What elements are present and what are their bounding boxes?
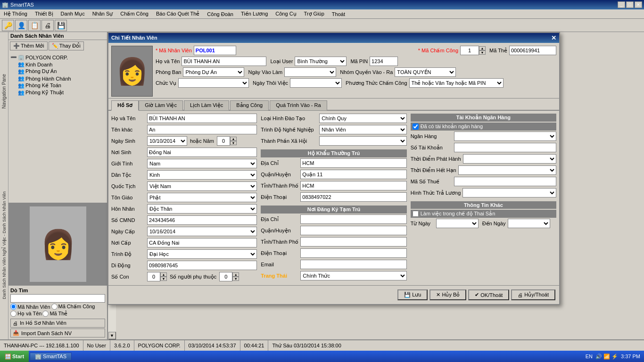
tab-bang-cong[interactable]: Bảng Công bbox=[230, 100, 269, 111]
radio-ma-nhan-vien[interactable]: Mã Nhân Viên bbox=[10, 304, 50, 310]
menu-cham-cong[interactable]: Chấm Công bbox=[116, 10, 152, 18]
da-co-tk-row[interactable]: Đã có tài khoản ngân hàng bbox=[411, 123, 556, 131]
tree-kinh-doanh[interactable]: 👥 Kinh Doanh bbox=[18, 61, 105, 68]
nhom-quyen-select[interactable]: TOÀN QUYỀN bbox=[395, 67, 456, 77]
input-ten-khac[interactable] bbox=[147, 125, 257, 134]
menu-thiet-bi[interactable]: Thiết Bị bbox=[31, 10, 57, 18]
menu-tro-giup[interactable]: Trợ Giúp bbox=[300, 10, 328, 18]
in-ho-so-button[interactable]: 🖨 In Hồ Sơ Nhân Viên bbox=[10, 319, 105, 328]
ton-giao-select[interactable]: Phật bbox=[147, 193, 257, 202]
input-tt-email[interactable] bbox=[300, 260, 406, 269]
spinner-up[interactable]: ▲ bbox=[479, 46, 486, 50]
input-hk-tinh-tp[interactable] bbox=[300, 181, 406, 190]
luu-button[interactable]: 💾 Lưu bbox=[397, 289, 428, 300]
tree-hanh-chanh[interactable]: 👥 Phòng Hành Chánh bbox=[18, 75, 105, 82]
trinh-do-nn-select[interactable]: Nhân Viên bbox=[319, 125, 406, 134]
menu-bao-cao[interactable]: Báo Cáo Quét Thẻ bbox=[152, 10, 203, 18]
input-tt-quan-huyen[interactable] bbox=[300, 226, 406, 235]
ngay-cap-select[interactable]: 10/16/2014 bbox=[147, 227, 257, 236]
tree-phong-du-an[interactable]: 👥 Phòng Dự Án bbox=[18, 68, 105, 75]
tab-gio-lam-viec[interactable]: Giờ Làm Việc bbox=[139, 100, 183, 111]
toolbar-btn-4[interactable]: 🖨 bbox=[41, 20, 54, 31]
minimize-button[interactable]: _ bbox=[618, 1, 625, 8]
input-tt-tinh-tp[interactable] bbox=[300, 237, 406, 247]
search-input[interactable] bbox=[10, 294, 105, 303]
so-con-up[interactable]: ▲ bbox=[160, 272, 167, 277]
menu-thoat[interactable]: Thoát bbox=[328, 10, 349, 18]
input-so-cmnd[interactable] bbox=[147, 215, 257, 225]
maximize-button[interactable]: □ bbox=[626, 1, 634, 8]
toolbar-btn-3[interactable]: 📋 bbox=[28, 20, 41, 31]
tab-qua-trinh[interactable]: Quá Trình Vào - Ra bbox=[270, 100, 327, 111]
taskbar-smarttas[interactable]: 🏢 SmartTAS bbox=[30, 353, 72, 361]
so-con-down[interactable]: ▼ bbox=[160, 277, 167, 281]
ho-va-ten-input[interactable] bbox=[182, 57, 266, 66]
huy-bo-button[interactable]: ✕ Hủy Bỏ bbox=[429, 289, 466, 300]
input-noi-sinh[interactable] bbox=[147, 148, 257, 157]
den-ngay-select[interactable] bbox=[508, 219, 550, 228]
input-tt-dia-chi[interactable] bbox=[300, 214, 406, 224]
toolbar-btn-2[interactable]: 👤 bbox=[15, 20, 27, 31]
input-ma-so-thue[interactable] bbox=[454, 177, 556, 186]
tu-ngay-select[interactable] bbox=[436, 219, 479, 228]
ma-nhan-vien-input[interactable] bbox=[194, 46, 236, 55]
them-moi-button[interactable]: ➕ Thêm Mới bbox=[10, 41, 48, 50]
close-button[interactable]: ✕ bbox=[635, 1, 642, 8]
tree-ke-toan[interactable]: 👥 Phòng Kế Toán bbox=[18, 82, 105, 89]
input-hk-quan-huyen[interactable] bbox=[300, 170, 406, 179]
so-con-spinner[interactable]: ▲ ▼ bbox=[147, 272, 167, 281]
toolbar-btn-5[interactable]: 💾 bbox=[55, 20, 67, 31]
dialog-close-button[interactable]: ✕ bbox=[551, 34, 556, 41]
ngan-hang-select[interactable] bbox=[454, 132, 556, 141]
thay-doi-button[interactable]: ✏️ Thay Đổi bbox=[49, 41, 84, 50]
gioi-tinh-select[interactable]: Nam bbox=[147, 159, 257, 168]
menu-danh-muc[interactable]: Danh Mục bbox=[57, 10, 89, 18]
nam-up[interactable]: ▲ bbox=[230, 137, 237, 141]
trang-thai-select[interactable]: Chính Thức bbox=[300, 271, 406, 280]
hon-nhan-select[interactable]: Độc Thân bbox=[147, 204, 257, 214]
input-hk-dien-thoai[interactable] bbox=[300, 192, 406, 202]
thanh-phan-select[interactable] bbox=[319, 136, 406, 146]
tab-ho-so[interactable]: Hồ Sơ bbox=[111, 100, 139, 111]
thoi-diem-ph-select[interactable] bbox=[463, 154, 556, 164]
phong-ban-select[interactable]: Phòng Dự Án bbox=[183, 67, 244, 77]
loai-user-select[interactable]: Bình Thường bbox=[295, 57, 347, 66]
menu-tien-luong[interactable]: Tiền Lương bbox=[237, 10, 272, 18]
thoi-diem-hh-select[interactable] bbox=[458, 165, 556, 175]
so-con-input[interactable] bbox=[147, 272, 160, 281]
input-hk-dia-chi[interactable] bbox=[300, 158, 406, 168]
menu-nhan-su[interactable]: Nhân Sự bbox=[89, 10, 117, 18]
input-ho-va-ten[interactable] bbox=[147, 114, 257, 123]
dan-toc-select[interactable]: Kinh bbox=[147, 170, 257, 180]
ok-thoat-button[interactable]: ✔ OK/Thoát bbox=[468, 289, 509, 300]
quoc-tich-select[interactable]: Việt Nam bbox=[147, 181, 257, 191]
phuong-thuc-select[interactable]: Thẻ hoặc Vân Tay hoặc Mã PIN bbox=[409, 78, 504, 88]
phu-thuoc-input[interactable] bbox=[219, 272, 232, 281]
input-so-tai-khoan[interactable] bbox=[454, 143, 556, 152]
hinh-thuc-select[interactable] bbox=[462, 188, 556, 197]
ma-cham-cong-input[interactable] bbox=[460, 46, 479, 55]
phu-thuoc-spinner[interactable]: ▲ ▼ bbox=[219, 272, 239, 281]
menu-he-thong[interactable]: Hệ Thống bbox=[0, 10, 31, 18]
ngay-vao-lam-select[interactable] bbox=[284, 67, 336, 77]
toolbar-btn-1[interactable]: 🔑 bbox=[2, 20, 14, 31]
tab-lich-lam-viec[interactable]: Lịch Làm Việc bbox=[184, 100, 229, 111]
nam-spinner[interactable]: ▲ ▼ bbox=[217, 136, 237, 146]
phu-thuoc-down[interactable]: ▼ bbox=[232, 277, 239, 281]
scroll-down-button[interactable]: ▼ bbox=[108, 332, 116, 339]
ma-the-input[interactable] bbox=[509, 46, 556, 55]
menu-cong-doan[interactable]: Công Đoàn bbox=[203, 10, 237, 18]
import-button[interactable]: 📥 Import Danh Sách NV bbox=[10, 329, 105, 337]
da-co-tk-checkbox[interactable] bbox=[413, 123, 419, 130]
tree-root[interactable]: ➖ 🏢 POLYGON CORP. bbox=[10, 54, 105, 61]
lam-viec-thai-san-row[interactable]: Làm việc trong chế độ Thai Sản bbox=[411, 210, 556, 218]
chuc-vu-select[interactable] bbox=[178, 78, 249, 88]
menu-cong-cu[interactable]: Công Cụ bbox=[272, 10, 300, 18]
radio-ho-va-ten[interactable]: Họ và Tên bbox=[10, 311, 41, 317]
lam-viec-thai-san-checkbox[interactable] bbox=[413, 211, 419, 217]
ma-pin-input[interactable] bbox=[370, 57, 398, 66]
ngay-thoi-viec-select[interactable] bbox=[290, 78, 342, 88]
phu-thuoc-up[interactable]: ▲ bbox=[232, 272, 239, 277]
trinh-do-select[interactable]: Đại Học bbox=[147, 249, 257, 259]
nam-input[interactable] bbox=[217, 136, 230, 146]
